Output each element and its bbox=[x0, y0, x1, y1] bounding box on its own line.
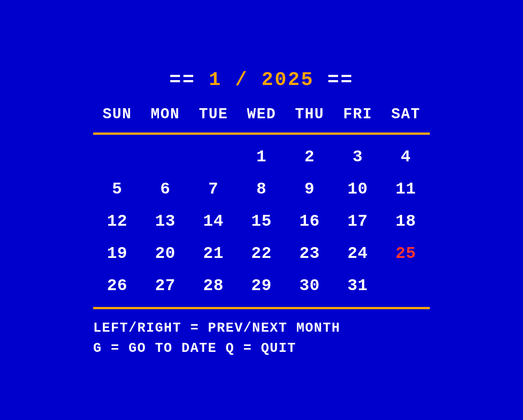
day-cell: 24 bbox=[334, 237, 382, 270]
bottom-divider bbox=[93, 307, 430, 309]
calendar-header: == 1 / 2025 == bbox=[169, 69, 354, 91]
day-cell: 2 bbox=[285, 141, 334, 173]
day-name-fri: FRI bbox=[334, 102, 382, 127]
day-name-mon: MON bbox=[141, 102, 190, 127]
day-cell: 22 bbox=[238, 237, 286, 270]
day-cell bbox=[93, 141, 141, 173]
header-prefix: == bbox=[169, 69, 209, 91]
day-name-thu: THU bbox=[285, 102, 334, 127]
day-cell: 9 bbox=[285, 173, 334, 205]
day-cell: 8 bbox=[238, 173, 286, 205]
day-cell: 19 bbox=[93, 237, 141, 270]
day-cell bbox=[382, 270, 430, 302]
day-cell: 17 bbox=[334, 205, 382, 237]
day-cell: 21 bbox=[189, 237, 238, 270]
header-suffix: == bbox=[314, 69, 354, 91]
instructions: LEFT/RIGHT = PREV/NEXT MONTH G = GO TO D… bbox=[93, 318, 430, 359]
day-cell bbox=[141, 141, 190, 173]
instruction-line2: G = GO TO DATE Q = QUIT bbox=[93, 338, 430, 359]
header-month: 1 bbox=[209, 69, 222, 91]
day-cell: 5 bbox=[93, 173, 141, 205]
header-year: 2025 bbox=[262, 69, 314, 91]
day-cell: 10 bbox=[334, 173, 382, 205]
day-name-sat: SAT bbox=[382, 102, 430, 127]
top-divider bbox=[93, 133, 430, 135]
day-cell: 14 bbox=[189, 205, 238, 237]
day-cell: 30 bbox=[285, 270, 334, 302]
day-cell: 15 bbox=[238, 205, 286, 237]
calendar-grid: 1234567891011121314151617181920212223242… bbox=[93, 141, 430, 302]
day-cell: 11 bbox=[382, 173, 430, 205]
day-cell: 4 bbox=[382, 141, 430, 173]
day-cell: 1 bbox=[238, 141, 286, 173]
calendar-container: == 1 / 2025 == SUNMONTUEWEDTHUFRISAT 123… bbox=[93, 61, 430, 359]
days-header: SUNMONTUEWEDTHUFRISAT bbox=[93, 102, 430, 127]
header-separator: / bbox=[222, 69, 262, 91]
day-name-tue: TUE bbox=[189, 102, 238, 127]
day-cell: 7 bbox=[189, 173, 238, 205]
day-cell: 23 bbox=[285, 237, 334, 270]
instruction-line1: LEFT/RIGHT = PREV/NEXT MONTH bbox=[93, 318, 430, 338]
day-cell: 26 bbox=[93, 270, 141, 302]
day-cell: 13 bbox=[141, 205, 190, 237]
day-name-wed: WED bbox=[238, 102, 286, 127]
day-cell: 12 bbox=[93, 205, 141, 237]
day-cell: 6 bbox=[141, 173, 190, 205]
day-name-sun: SUN bbox=[93, 102, 141, 127]
day-cell: 20 bbox=[141, 237, 190, 270]
day-cell: 28 bbox=[189, 270, 238, 302]
day-cell: 16 bbox=[285, 205, 334, 237]
day-cell: 29 bbox=[238, 270, 286, 302]
day-cell: 31 bbox=[334, 270, 382, 302]
day-cell: 3 bbox=[334, 141, 382, 173]
day-cell: 27 bbox=[141, 270, 190, 302]
day-cell: 18 bbox=[382, 205, 430, 237]
day-cell bbox=[189, 141, 238, 173]
day-cell: 25 bbox=[382, 237, 430, 270]
